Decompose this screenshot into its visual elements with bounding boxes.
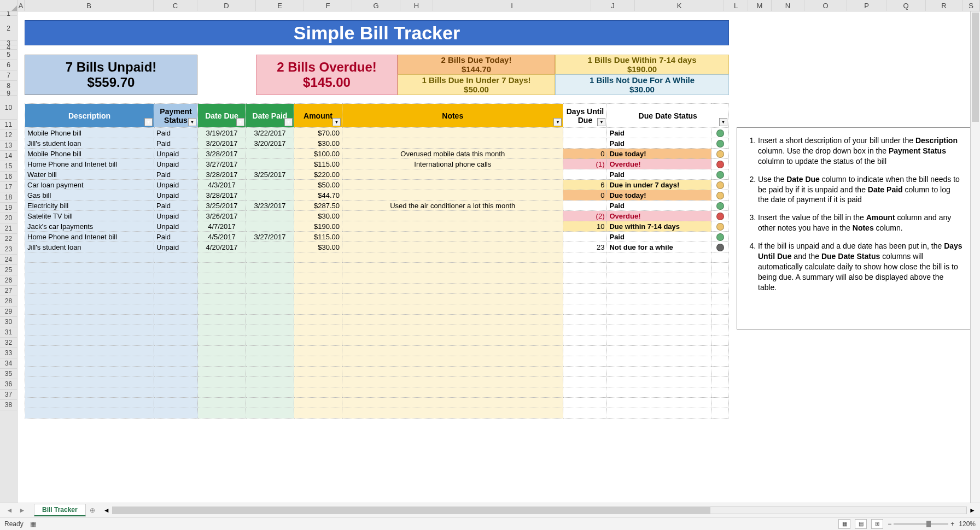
filter-icon[interactable]: ▼ [144,118,153,126]
row-header[interactable]: 17 [0,182,17,192]
column-header[interactable]: A [18,0,25,11]
row-header[interactable]: 6 [0,60,17,70]
table-row[interactable]: Gas billUnpaid3/28/2017$44.700Due today! [25,190,729,201]
column-header[interactable]: I [433,0,591,11]
row-header[interactable]: 9 [0,91,17,96]
cell-status[interactable]: Unpaid [154,221,198,232]
table-row[interactable]: Jack's car lpaymentsUnpaid4/7/2017$190.0… [25,221,729,232]
cell-amount[interactable]: $30.00 [294,211,342,221]
cell-notes[interactable]: Overused mobile data this month [342,149,563,159]
column-header[interactable]: D [197,0,256,11]
scroll-right-icon[interactable]: ► [969,507,976,514]
row-header[interactable]: 15 [0,161,17,172]
vertical-scrollbar[interactable] [970,11,980,503]
row-header[interactable]: 19 [0,203,17,213]
column-header[interactable]: L [724,0,748,11]
row-header[interactable]: 14 [0,151,17,161]
cell-due-date-status[interactable]: Paid [607,232,711,242]
column-header[interactable]: J [591,0,635,11]
zoom-in-icon[interactable]: + [950,520,954,528]
cell-notes[interactable] [342,221,563,232]
row-header[interactable]: 7 [0,70,17,81]
row-header[interactable]: 21 [0,223,17,234]
cell-days-until-due[interactable] [563,232,607,242]
table-row[interactable] [25,273,729,284]
cell-notes[interactable] [342,242,563,252]
tab-nav-buttons[interactable]: ◄► [0,507,32,514]
cell-status[interactable]: Paid [154,138,198,149]
column-header[interactable]: K [635,0,724,11]
column-header[interactable]: P [847,0,886,11]
table-row[interactable]: Home Phone and Intenet billPaid4/5/20173… [25,232,729,242]
row-header[interactable]: 23 [0,244,17,255]
column-header[interactable]: Q [886,0,926,11]
cell-status[interactable]: Paid [154,169,198,180]
cell-due-date-status[interactable]: Overdue! [607,159,711,169]
table-row[interactable]: Mobile Phone billPaid3/19/20173/22/2017$… [25,128,729,138]
row-header[interactable]: 27 [0,286,17,296]
cell-notes[interactable] [342,138,563,149]
cell-amount[interactable]: $115.00 [294,159,342,169]
filter-icon[interactable]: ▼ [284,118,293,126]
cell-status[interactable]: Unpaid [154,149,198,159]
row-header[interactable]: 31 [0,327,17,338]
cell-amount[interactable]: $44.70 [294,190,342,201]
zoom-level[interactable]: 120% [959,520,976,528]
cell-date-due[interactable]: 3/27/2017 [198,159,246,169]
row-header[interactable]: 13 [0,140,17,151]
column-header[interactable]: N [772,0,804,11]
cell-status[interactable]: Paid [154,232,198,242]
cell-date-paid[interactable]: 3/22/2017 [246,128,294,138]
table-row[interactable] [25,335,729,346]
row-header[interactable]: 18 [0,192,17,203]
table-row[interactable]: Water billPaid3/28/20173/25/2017$220.00P… [25,169,729,180]
table-row[interactable] [25,263,729,273]
zoom-slider[interactable]: − + [888,520,954,528]
column-header[interactable]: R [926,0,962,11]
row-header[interactable]: 20 [0,213,17,223]
cell-date-paid[interactable] [246,242,294,252]
cell-description[interactable]: Mobile Phone bill [25,128,154,138]
view-page-break-button[interactable]: ⊞ [871,519,883,529]
cell-days-until-due[interactable]: 0 [563,149,607,159]
cell-due-date-status[interactable]: Overdue! [607,211,711,221]
column-header[interactable]: H [400,0,433,11]
table-row[interactable] [25,252,729,263]
cell-status[interactable]: Unpaid [154,242,198,252]
cell-status[interactable]: Unpaid [154,180,198,190]
cell-date-due[interactable]: 3/28/2017 [198,190,246,201]
cell-date-paid[interactable]: 3/23/2017 [246,201,294,211]
cell-date-due[interactable]: 3/19/2017 [198,128,246,138]
zoom-thumb[interactable] [926,521,931,527]
cell-due-date-status[interactable]: Due today! [607,149,711,159]
cell-description[interactable]: Jill's student loan [25,242,154,252]
table-row[interactable] [25,377,729,387]
cell-due-date-status[interactable]: Due within 7-14 days [607,221,711,232]
filter-icon[interactable]: ▼ [236,118,244,126]
cell-due-date-status[interactable]: Paid [607,201,711,211]
table-row[interactable] [25,356,729,367]
cell-days-until-due[interactable] [563,201,607,211]
filter-icon[interactable]: ▼ [597,118,605,126]
cell-description[interactable]: Water bill [25,169,154,180]
row-header[interactable]: 22 [0,234,17,244]
cell-days-until-due[interactable]: 0 [563,190,607,201]
cell-amount[interactable]: $30.00 [294,138,342,149]
table-row[interactable] [25,408,729,419]
table-row[interactable] [25,294,729,304]
cell-date-due[interactable]: 3/28/2017 [198,169,246,180]
table-row[interactable]: Electricity billPaid3/25/20173/23/2017$2… [25,201,729,211]
cell-days-until-due[interactable]: 23 [563,242,607,252]
cell-notes[interactable] [342,232,563,242]
cell-notes[interactable]: International phone calls [342,159,563,169]
row-header[interactable]: 34 [0,358,17,369]
cell-date-due[interactable]: 4/3/2017 [198,180,246,190]
cell-status[interactable]: Unpaid [154,159,198,169]
row-header[interactable]: 5 [0,50,17,60]
column-header[interactable]: G [352,0,400,11]
cell-days-until-due[interactable] [563,138,607,149]
cell-date-paid[interactable]: 3/25/2017 [246,169,294,180]
cell-notes[interactable] [342,190,563,201]
cell-date-paid[interactable]: 3/20/2017 [246,138,294,149]
cell-status[interactable]: Unpaid [154,190,198,201]
